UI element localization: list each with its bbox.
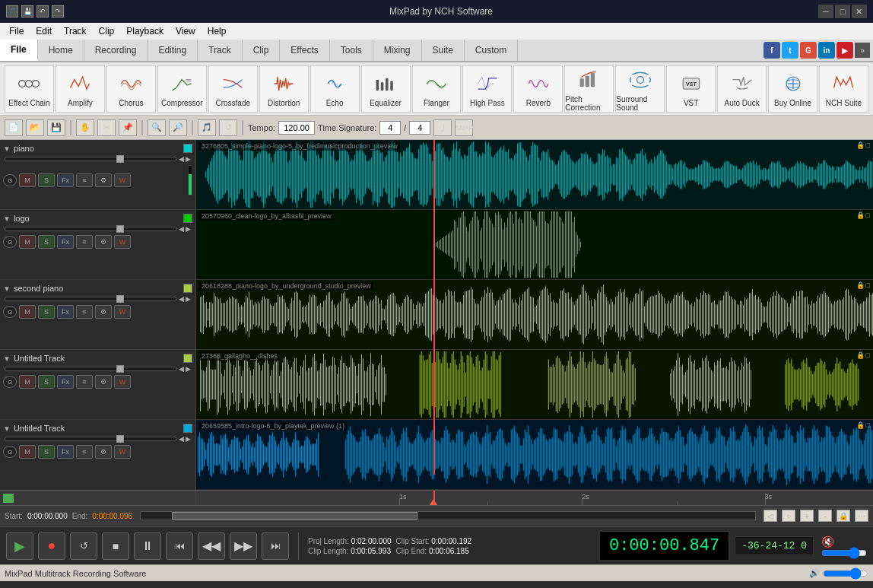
track-untitled-2-fx[interactable]: Fx bbox=[57, 445, 74, 459]
close-button[interactable]: ✕ bbox=[852, 5, 867, 18]
track-untitled-1-extra3[interactable]: W bbox=[114, 375, 131, 389]
vol-down-piano[interactable]: ◀ bbox=[179, 155, 184, 163]
tab-clip[interactable]: Clip bbox=[243, 40, 281, 61]
maximize-button[interactable]: □ bbox=[835, 5, 850, 18]
track-piano-fx[interactable]: Fx bbox=[57, 173, 74, 187]
vol-up-untitled-2[interactable]: ▶ bbox=[186, 435, 191, 443]
play-button[interactable]: ▶ bbox=[6, 532, 33, 560]
tab-recording[interactable]: Recording bbox=[84, 40, 148, 61]
track-logo-extra2[interactable]: ⚙ bbox=[95, 235, 112, 249]
scroll-lock-btn[interactable]: 🔒 bbox=[836, 510, 850, 522]
speaker-icon[interactable]: 🔊 bbox=[809, 568, 820, 578]
vol-up-untitled-1[interactable]: ▶ bbox=[186, 365, 191, 373]
collapse-second-piano[interactable]: ▼ bbox=[3, 284, 11, 293]
skip-start-button[interactable]: ⏮ bbox=[166, 532, 193, 560]
twitter-icon[interactable]: t bbox=[782, 42, 798, 59]
menu-track[interactable]: Track bbox=[58, 24, 93, 38]
fast-forward-button[interactable]: ▶▶ bbox=[230, 532, 257, 560]
open-button[interactable]: 📂 bbox=[26, 119, 44, 136]
menu-view[interactable]: View bbox=[170, 24, 202, 38]
skip-end-button[interactable]: ⏭ bbox=[262, 532, 289, 560]
track-second-piano-record-arm[interactable]: ⊙ bbox=[3, 306, 17, 318]
track-untitled-1-fx[interactable]: Fx bbox=[57, 375, 74, 389]
timeline-ruler[interactable]: 1s 2s 3s bbox=[196, 490, 873, 505]
scroll-fit-btn[interactable]: ○ bbox=[782, 510, 795, 522]
loop-btn[interactable]: ↺ bbox=[219, 119, 237, 136]
vst-button[interactable]: VST VST bbox=[666, 65, 716, 113]
tab-mixing[interactable]: Mixing bbox=[373, 40, 422, 61]
time-sig-num[interactable] bbox=[379, 121, 401, 135]
tool1[interactable]: ✋ bbox=[76, 119, 94, 136]
collapse-piano[interactable]: ▼ bbox=[3, 145, 11, 153]
scroll-more-btn[interactable]: ⋯ bbox=[855, 510, 868, 522]
vol-up-logo[interactable]: ▶ bbox=[186, 225, 191, 233]
track-logo-mute[interactable]: M bbox=[19, 235, 36, 249]
google-icon[interactable]: G bbox=[800, 42, 817, 59]
track-piano-fader[interactable] bbox=[5, 157, 176, 161]
fader-thumb-piano[interactable] bbox=[116, 155, 124, 163]
track-untitled-2-extra1[interactable]: ≡ bbox=[76, 445, 93, 459]
collapse-logo[interactable]: ▼ bbox=[3, 215, 11, 223]
track-untitled-2-extra2[interactable]: ⚙ bbox=[95, 445, 112, 459]
flanger-button[interactable]: Flanger bbox=[412, 65, 462, 113]
undo-icon[interactable]: ↶ bbox=[37, 5, 49, 17]
vol-down-second-piano[interactable]: ◀ bbox=[179, 295, 184, 303]
track-piano-solo[interactable]: S bbox=[38, 173, 55, 187]
tab-track[interactable]: Track bbox=[198, 40, 243, 61]
scroll-zoom-in-btn[interactable]: + bbox=[800, 510, 814, 522]
menu-clip[interactable]: Clip bbox=[93, 24, 121, 38]
track-second-piano-extra1[interactable]: ≡ bbox=[76, 305, 93, 319]
record-button[interactable]: ● bbox=[38, 532, 65, 560]
track-untitled-2-fader[interactable] bbox=[5, 437, 176, 441]
redo-icon[interactable]: ↷ bbox=[52, 5, 64, 17]
menu-playback[interactable]: Playback bbox=[120, 24, 170, 38]
facebook-icon[interactable]: f bbox=[763, 42, 780, 59]
track-piano-extra2[interactable]: ⚙ bbox=[95, 173, 112, 187]
track-piano-extra3[interactable]: W bbox=[114, 173, 131, 187]
minimize-button[interactable]: ─ bbox=[818, 5, 833, 18]
auto-duck-button[interactable]: Auto Duck bbox=[717, 65, 767, 113]
track-untitled-1-solo[interactable]: S bbox=[38, 375, 55, 389]
amplify-button[interactable]: Amplify bbox=[56, 65, 105, 113]
chorus-button[interactable]: Chorus bbox=[106, 65, 156, 113]
tempo-input[interactable] bbox=[278, 121, 315, 135]
track-logo-record-arm[interactable]: ⊙ bbox=[3, 236, 17, 248]
track-second-piano-fx[interactable]: Fx bbox=[57, 305, 74, 319]
track-logo-fx[interactable]: Fx bbox=[57, 235, 74, 249]
track-piano-record-arm[interactable]: ⊙ bbox=[3, 174, 17, 186]
track-second-piano-extra3[interactable]: W bbox=[114, 305, 131, 319]
save-icon[interactable]: 💾 bbox=[21, 5, 33, 17]
metronome[interactable]: 🎵 bbox=[198, 119, 216, 136]
mute-icon[interactable]: 🔇 bbox=[821, 536, 867, 548]
rewind-button[interactable]: ◀◀ bbox=[198, 532, 225, 560]
echo-button[interactable]: Echo bbox=[310, 65, 360, 113]
track-second-piano-mute[interactable]: M bbox=[19, 305, 36, 319]
track-untitled-2-extra3[interactable]: W bbox=[114, 445, 131, 459]
youtube-icon[interactable]: ▶ bbox=[836, 42, 853, 59]
fader-thumb-untitled-1[interactable] bbox=[116, 365, 124, 373]
menu-help[interactable]: Help bbox=[202, 24, 233, 38]
master-volume-slider[interactable] bbox=[821, 549, 867, 557]
waveform-piano[interactable]: 3276805_simple-piano-logo-5_by_fredimusi… bbox=[196, 140, 873, 210]
track-untitled-1-fader[interactable] bbox=[5, 367, 176, 371]
surround-sound-button[interactable]: Surround Sound bbox=[615, 65, 665, 113]
tab-custom[interactable]: Custom bbox=[465, 40, 518, 61]
vol-up-piano[interactable]: ▶ bbox=[186, 155, 191, 163]
tool3[interactable]: 📌 bbox=[119, 119, 137, 136]
tool2[interactable]: ✂ bbox=[97, 119, 116, 136]
loop-button[interactable]: ↺ bbox=[70, 532, 97, 560]
track-untitled-2-mute[interactable]: M bbox=[19, 445, 36, 459]
scroll-zoom-btn[interactable]: ◁ bbox=[763, 510, 777, 522]
fader-thumb-second-piano[interactable] bbox=[116, 295, 124, 303]
linkedin-icon[interactable]: in bbox=[818, 42, 835, 59]
tab-effects[interactable]: Effects bbox=[280, 40, 329, 61]
track-untitled-1-extra1[interactable]: ≡ bbox=[76, 375, 93, 389]
tab-tools[interactable]: Tools bbox=[330, 40, 373, 61]
time-scroll-thumb[interactable] bbox=[172, 512, 417, 520]
zoom-in[interactable]: 🔍 bbox=[148, 119, 166, 136]
buy-online-button[interactable]: Buy Online bbox=[768, 65, 817, 113]
tab-editing[interactable]: Editing bbox=[148, 40, 198, 61]
menu-file[interactable]: File bbox=[3, 24, 30, 38]
nch-suite-button[interactable]: NCH Suite bbox=[819, 65, 868, 113]
effect-chain-button[interactable]: Effect Chain bbox=[5, 65, 54, 113]
